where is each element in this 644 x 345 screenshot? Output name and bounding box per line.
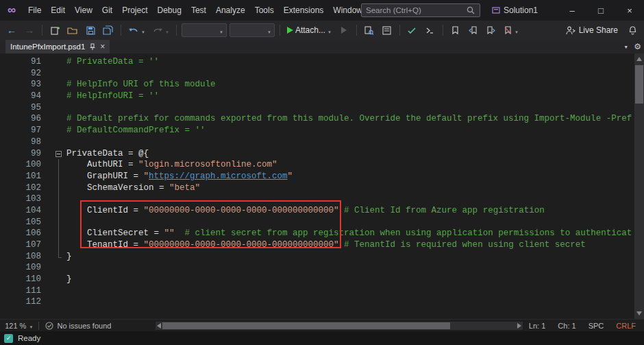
code-line[interactable]: 98 — [0, 136, 634, 148]
close-button[interactable]: × — [615, 0, 644, 21]
line-number: 112 — [0, 296, 41, 308]
live-share-button[interactable]: Live Share — [561, 23, 622, 38]
code-line[interactable]: 93# HelpInfo URI of this module — [0, 79, 634, 91]
toggle-bookmark-button[interactable] — [448, 23, 463, 38]
scroll-down-arrow-icon[interactable] — [636, 311, 642, 316]
line-ending-indicator[interactable]: CRLF — [610, 322, 644, 330]
menu-item-git[interactable]: Git — [97, 0, 117, 21]
clear-bookmarks-button[interactable] — [501, 23, 521, 38]
menu-item-test[interactable]: Test — [186, 0, 211, 21]
code-line[interactable]: 107 TenantId = "00000000-0000-0000-0000-… — [0, 239, 634, 251]
column-indicator[interactable]: Ch: 1 — [552, 322, 582, 330]
solution-explorer-button[interactable] — [380, 23, 395, 38]
maximize-button[interactable]: □ — [586, 0, 615, 21]
navigate-back-button[interactable]: ← — [4, 23, 19, 38]
code-line[interactable]: 101 GraphURI = "https://graph.microsoft.… — [0, 171, 634, 182]
scroll-right-arrow-icon[interactable] — [517, 323, 521, 329]
scroll-up-arrow-icon[interactable] — [636, 57, 642, 61]
code-line[interactable]: 91# PrivateData = '' — [0, 56, 634, 68]
code-line[interactable]: 103 — [0, 193, 634, 205]
undo-dropdown-caret-icon[interactable] — [141, 24, 145, 36]
feedback-button[interactable] — [625, 23, 640, 38]
menu-item-edit[interactable]: Edit — [46, 0, 70, 21]
open-file-button[interactable] — [65, 23, 80, 38]
code-line[interactable]: 94# HelpInfoURI = '' — [0, 91, 634, 102]
zoom-control[interactable]: 121 % — [0, 322, 38, 330]
redo-button[interactable] — [150, 23, 171, 38]
save-button[interactable] — [83, 23, 98, 38]
code-line[interactable]: 96# Default prefix for commands exported… — [0, 113, 634, 125]
menu-item-debug[interactable]: Debug — [153, 0, 186, 21]
search-icon[interactable] — [466, 5, 475, 15]
pin-icon[interactable] — [89, 43, 96, 51]
fold-margin — [41, 228, 66, 239]
line-indicator[interactable]: Ln: 1 — [523, 322, 552, 330]
fold-minus-icon[interactable] — [55, 151, 62, 157]
new-project-button[interactable] — [47, 23, 62, 38]
next-bookmark-button[interactable] — [484, 23, 499, 38]
menu-item-file[interactable]: File — [23, 0, 46, 21]
horizontal-scrollbar-thumb[interactable] — [162, 322, 450, 329]
attach-dropdown-caret-icon[interactable] — [327, 24, 332, 36]
tab-list-caret-icon[interactable]: ▼ — [623, 45, 628, 49]
line-number: 108 — [0, 251, 41, 263]
code-line[interactable]: 100 AuthURI = "login.microsoftonline.com… — [0, 159, 634, 171]
menu-item-analyze[interactable]: Analyze — [211, 0, 250, 21]
navigate-forward-button[interactable]: → — [22, 23, 37, 38]
solution-badge[interactable]: Solution1 — [488, 0, 542, 21]
code-line[interactable]: 97# DefaultCommandPrefix = '' — [0, 125, 634, 136]
undo-button[interactable] — [126, 23, 147, 38]
code-line[interactable]: 105 — [0, 217, 634, 228]
vertical-scrollbar-thumb[interactable] — [635, 65, 643, 104]
tab-close-icon[interactable]: × — [100, 43, 105, 51]
code-line[interactable]: 111 — [0, 285, 634, 297]
zoom-caret-icon — [29, 322, 33, 330]
code-line[interactable]: 102 SchemaVersion = "beta" — [0, 182, 634, 194]
code-text: # HelpInfoURI = '' — [66, 91, 159, 102]
menu-item-extensions[interactable]: Extensions — [279, 0, 329, 21]
menu-item-project[interactable]: Project — [117, 0, 152, 21]
code-line[interactable]: 109 — [0, 262, 634, 274]
previous-bookmark-button[interactable] — [466, 23, 481, 38]
attach-button[interactable]: Attach... — [285, 23, 334, 38]
code-line[interactable]: 99PrivateData = @{ — [0, 148, 634, 160]
fold-collapse-button[interactable] — [41, 148, 66, 160]
platform-dropdown[interactable] — [230, 23, 275, 37]
search-placeholder: Search (Ctrl+Q) — [366, 6, 466, 14]
issues-indicator[interactable]: No issues found — [38, 322, 143, 330]
chevron-down-icon — [219, 24, 223, 36]
task-list-button[interactable] — [405, 23, 420, 38]
navigate-symbols-button[interactable] — [423, 23, 438, 38]
code-text: # HelpInfo URI of this module — [66, 79, 216, 91]
minimize-button[interactable]: – — [558, 0, 586, 21]
redo-dropdown-caret-icon[interactable] — [165, 24, 169, 36]
code-line[interactable]: 110} — [0, 274, 634, 285]
code-line[interactable]: 104 ClientId = "00000000-0000-0000-0000-… — [0, 205, 634, 217]
code-line[interactable]: 95 — [0, 102, 634, 114]
horizontal-scrollbar[interactable] — [156, 322, 523, 330]
code-line[interactable]: 108} — [0, 251, 634, 263]
line-number: 105 — [0, 217, 41, 228]
visual-studio-logo-icon: ∞ — [0, 0, 23, 21]
scroll-left-arrow-icon[interactable] — [157, 323, 161, 329]
background-tasks-icon[interactable]: ✓ — [4, 334, 13, 343]
spaces-indicator[interactable]: SPC — [582, 322, 610, 330]
code-area[interactable]: 91# PrivateData = ''9293# HelpInfo URI o… — [0, 56, 634, 308]
gear-icon[interactable]: ⚙ — [634, 42, 641, 51]
vertical-scrollbar[interactable] — [634, 53, 644, 319]
save-all-icon — [103, 25, 114, 36]
menu-item-tools[interactable]: Tools — [250, 0, 279, 21]
start-without-debugging-button[interactable] — [336, 23, 351, 38]
bookmark-dropdown-caret-icon[interactable] — [515, 24, 519, 36]
tab-intunepfximport[interactable]: IntunePfxImport.psd1 × — [5, 40, 110, 53]
configuration-dropdown[interactable] — [182, 23, 227, 37]
save-all-button[interactable] — [101, 23, 116, 38]
code-line[interactable]: 106 ClientSecret = "" # client secret fr… — [0, 228, 634, 239]
menu-item-view[interactable]: View — [70, 0, 97, 21]
find-in-files-button[interactable] — [362, 23, 377, 38]
line-number: 107 — [0, 239, 41, 251]
search-box[interactable]: Search (Ctrl+Q) — [361, 3, 480, 17]
visual-studio-window: ∞ FileEditViewGitProjectDebugTestAnalyze… — [0, 0, 644, 345]
code-line[interactable]: 112 — [0, 296, 634, 308]
code-line[interactable]: 92 — [0, 68, 634, 80]
